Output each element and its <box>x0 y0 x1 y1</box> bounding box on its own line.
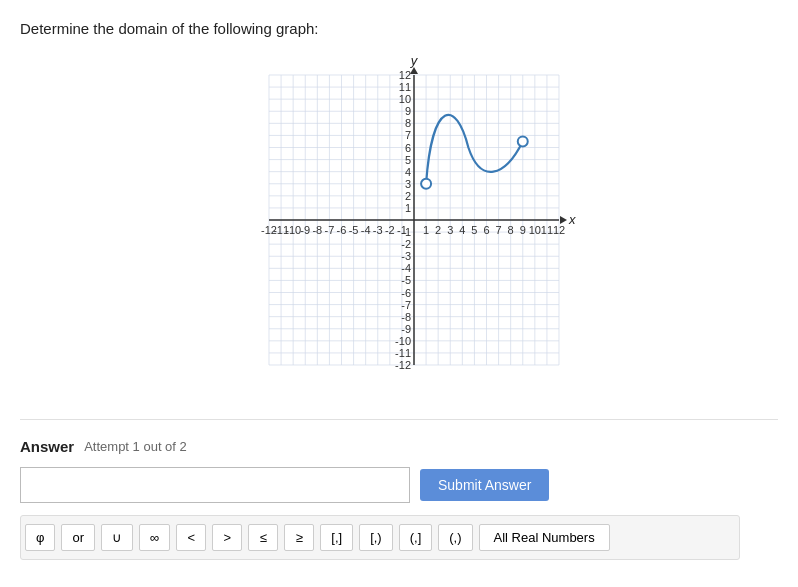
infinity-btn[interactable]: ∞ <box>139 524 170 551</box>
submit-button[interactable]: Submit Answer <box>420 469 549 501</box>
answer-input[interactable] <box>20 467 410 503</box>
gte-btn[interactable]: ≥ <box>284 524 314 551</box>
input-row: Submit Answer <box>20 467 778 503</box>
toolbar: φor∪∞<>≤≥[,][,)(,](,)All Real Numbers <box>20 515 740 560</box>
all-real-btn[interactable]: All Real Numbers <box>479 524 610 551</box>
gt-btn[interactable]: > <box>212 524 242 551</box>
answer-header: Answer Attempt 1 out of 2 <box>20 438 778 455</box>
open-interval-btn[interactable]: (,) <box>438 524 472 551</box>
union-btn[interactable]: ∪ <box>101 524 133 551</box>
phi-btn[interactable]: φ <box>25 524 55 551</box>
or-btn[interactable]: or <box>61 524 95 551</box>
half-open-right-btn[interactable]: (,] <box>399 524 433 551</box>
graph-canvas <box>219 55 579 395</box>
lte-btn[interactable]: ≤ <box>248 524 278 551</box>
graph-area <box>219 55 579 395</box>
half-open-left-btn[interactable]: [,) <box>359 524 393 551</box>
closed-interval-btn[interactable]: [,] <box>320 524 353 551</box>
attempt-label: Attempt 1 out of 2 <box>84 439 187 454</box>
lt-btn[interactable]: < <box>176 524 206 551</box>
answer-label: Answer <box>20 438 74 455</box>
question-text: Determine the domain of the following gr… <box>20 20 778 37</box>
answer-section: Answer Attempt 1 out of 2 Submit Answer … <box>20 419 778 560</box>
graph-container <box>20 55 778 395</box>
